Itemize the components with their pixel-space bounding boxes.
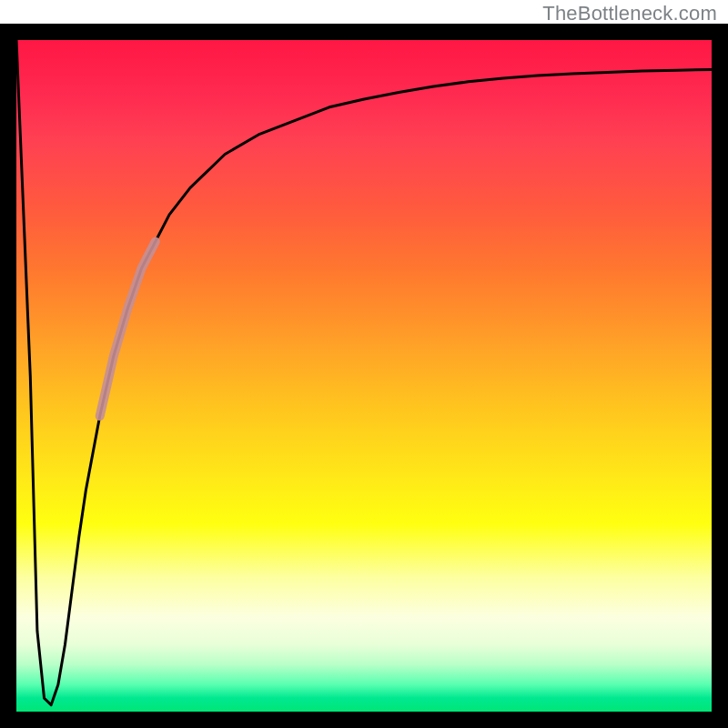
watermark-text: TheBottleneck.com <box>542 2 717 25</box>
chart-frame-wrapper <box>0 24 728 728</box>
chart-plot-area <box>0 24 728 728</box>
chart-svg <box>16 40 712 712</box>
curve-path <box>16 40 712 705</box>
curve-highlight <box>100 241 156 416</box>
bottleneck-curve <box>16 40 712 705</box>
